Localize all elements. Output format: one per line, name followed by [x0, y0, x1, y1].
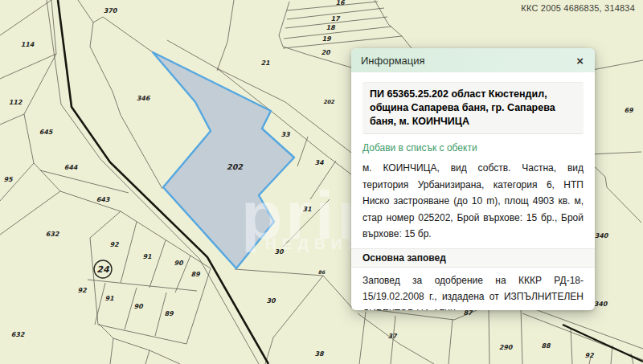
parcel-label-290: 290 [499, 344, 514, 351]
parcel-label-18: 18 [326, 24, 336, 31]
info-panel-body: ПИ 65365.25.202 област Кюстендил, община… [351, 72, 595, 310]
parcel-label-95: 95 [3, 176, 14, 183]
parcel-label-30: 30 [274, 248, 285, 256]
add-to-list-link[interactable]: Добави в списък с обекти [362, 142, 477, 153]
parcel-label-92: 92 [109, 241, 120, 248]
parcel-label-31: 31 [302, 206, 312, 213]
parcel-label-90: 90 [133, 303, 144, 310]
parcel-label-202: 202 [227, 162, 244, 171]
coordinate-readout: ККС 2005 4686835, 314834 [521, 3, 635, 13]
parcel-label-38: 38 [314, 350, 325, 358]
parcel-label-91: 91 [142, 253, 152, 260]
svg-text:24: 24 [96, 264, 110, 275]
close-icon[interactable]: × [575, 55, 585, 67]
parcel-label-69: 69 [624, 107, 634, 114]
parcel-label-34: 34 [314, 159, 324, 166]
parcel-label-643: 643 [96, 196, 111, 203]
parcel-label-21: 21 [260, 59, 270, 67]
parcel-label-202: 202 [323, 99, 334, 105]
section-main-order: Основна заповед [351, 248, 595, 268]
parcel-label-91: 91 [104, 295, 114, 302]
parcel-label-37: 37 [387, 333, 398, 340]
parcel-label-90: 90 [174, 260, 184, 267]
parcel-label-92: 92 [77, 287, 88, 294]
parcel-label-370: 370 [104, 7, 118, 14]
parcel-title: ПИ 65365.25.202 област Кюстендил, община… [362, 82, 584, 134]
parcel-label-112: 112 [9, 99, 23, 106]
parcel-label-340: 340 [594, 301, 608, 308]
info-panel: Информация × ПИ 65365.25.202 област Кюст… [351, 48, 595, 310]
parcel-label-17: 17 [330, 15, 341, 22]
parcel-label-92: 92 [584, 352, 595, 359]
parcel-label-346: 346 [137, 95, 151, 102]
parcel-label-89: 89 [164, 310, 174, 317]
parcel-label-114: 114 [21, 41, 35, 48]
parcel-label-30: 30 [266, 297, 276, 305]
info-panel-header: Информация × [351, 48, 595, 72]
parcel-label-87: 87 [463, 309, 473, 317]
info-panel-title: Информация [361, 55, 425, 67]
parcel-label-86: 86 [318, 269, 326, 275]
parcel-label-20: 20 [321, 49, 331, 56]
parcel-label-19: 19 [322, 35, 332, 43]
parcel-label-88: 88 [541, 342, 551, 350]
parcel-label-340: 340 [595, 232, 609, 239]
parcel-label-632: 632 [46, 231, 60, 238]
parcel-label-644: 644 [64, 164, 78, 171]
parcel-label-33: 33 [281, 131, 291, 138]
parcel-description: м. КОИНЧИЦА, вид собств. Частна, вид тер… [362, 160, 584, 243]
parcel-label-89: 89 [190, 271, 201, 278]
parcel-label-645: 645 [39, 129, 54, 136]
parcel-label-16: 16 [335, 0, 346, 6]
main-order-text: Заповед за одобрение на КККР РД-18-15/19… [362, 272, 584, 311]
parcel-label-632: 632 [11, 331, 26, 338]
